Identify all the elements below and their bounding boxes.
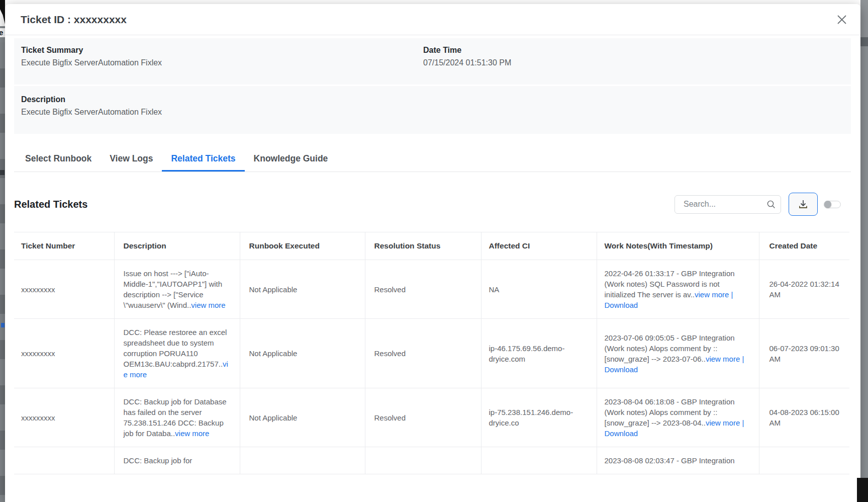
- tab-view-logs[interactable]: View Logs: [101, 147, 162, 172]
- table-row: DCC: Backup job for 2023-08-08 02:03:47 …: [14, 447, 849, 474]
- toggle-knob: [824, 201, 831, 208]
- modal-title: Ticket ID : xxxxxxxxx: [21, 14, 127, 26]
- background-speck: [0, 170, 5, 175]
- background-sidebar-strip: [0, 42, 5, 502]
- col-header-resolution-status: Resolution Status: [365, 232, 481, 260]
- description-panel: Description Execute Bigfix ServerAutomat…: [14, 86, 851, 134]
- related-tickets-toolbar: Related Tickets: [14, 193, 851, 216]
- cell-created-date: 04-08-2023 06:15:00 AM: [759, 388, 849, 447]
- tab-select-runbook[interactable]: Select Runbook: [16, 147, 101, 172]
- table-header-row: Ticket Number Description Runbook Execut…: [14, 232, 849, 260]
- description-view-more-link[interactable]: view more: [191, 301, 225, 309]
- cell-work-notes: 2022-04-26 01:33:17 - GBP Integration (W…: [597, 260, 759, 319]
- modal-header: Ticket ID : xxxxxxxxx: [5, 4, 860, 35]
- cell-affected-ci: ip-75.238.151.246.demo-dryice.co: [481, 388, 597, 447]
- cell-created-date: 26-04-2022 01:32:14 AM: [759, 260, 849, 319]
- related-tickets-heading: Related Tickets: [14, 199, 87, 210]
- background-text-fragment: [0, 28, 5, 37]
- cell-work-notes: 2023-08-08 02:03:47 - GBP Integration: [597, 447, 759, 474]
- ticket-summary-value: Execute Bigfix ServerAutomation Fixlex: [21, 58, 423, 67]
- col-header-affected-ci: Affected CI: [481, 232, 597, 260]
- cell-runbook-executed: [240, 447, 365, 474]
- related-tickets-table: Ticket Number Description Runbook Execut…: [14, 232, 849, 474]
- cell-resolution-status: [365, 447, 481, 474]
- background-speck: [1, 323, 5, 327]
- col-header-work-notes: Work Notes(With Timestamp): [597, 232, 759, 260]
- download-button[interactable]: [789, 193, 818, 216]
- ticket-details-modal: Ticket ID : xxxxxxxxx Ticket Summary Exe…: [5, 4, 860, 502]
- cell-created-date: [759, 447, 849, 474]
- close-button[interactable]: [835, 13, 848, 26]
- cell-description: DCC: Please restoree an excel spreadshee…: [114, 319, 240, 388]
- cell-description: DCC: Backup job for: [114, 447, 240, 474]
- ticket-summary-panel: Ticket Summary Execute Bigfix ServerAuto…: [14, 38, 851, 85]
- cell-ticket-number: xxxxxxxxx: [14, 319, 114, 388]
- download-icon: [798, 199, 809, 210]
- table-row: xxxxxxxxx DCC: Backup job for Database h…: [14, 388, 849, 447]
- cell-affected-ci: [481, 447, 597, 474]
- background-page-left-sliver: [0, 0, 5, 502]
- background-page-right-sliver: [860, 0, 868, 502]
- cell-runbook-executed: Not Applicable: [240, 319, 365, 388]
- cell-ticket-number: xxxxxxxxx: [14, 388, 114, 447]
- tab-bar: Select Runbook View Logs Related Tickets…: [14, 147, 851, 172]
- cell-affected-ci: ip-46.175.69.56.demo-dryice.com: [481, 319, 597, 388]
- description-value: Execute Bigfix ServerAutomation Fixlex: [21, 108, 844, 117]
- cell-work-notes: 2023-07-06 09:05:05 - GBP Integration (W…: [597, 319, 759, 388]
- view-toggle[interactable]: [824, 201, 841, 208]
- cell-created-date: 06-07-2023 09:01:30 AM: [759, 319, 849, 388]
- cell-resolution-status: Resolved: [365, 319, 481, 388]
- cell-resolution-status: Resolved: [365, 388, 481, 447]
- cell-work-notes: 2023-08-04 06:18:08 - GBP Integration (W…: [597, 388, 759, 447]
- description-label: Description: [21, 95, 844, 104]
- col-header-description: Description: [114, 232, 240, 260]
- col-header-created-date: Created Date: [759, 232, 849, 260]
- search-input[interactable]: [674, 195, 781, 214]
- search-icon: [766, 200, 776, 209]
- date-time-label: Date Time: [423, 46, 844, 55]
- cell-runbook-executed: Not Applicable: [240, 260, 365, 319]
- cell-description: DCC: Backup job for Database has failed …: [114, 388, 240, 447]
- cell-ticket-number: [14, 447, 114, 474]
- date-time-value: 07/15/2024 01:51:30 PM: [423, 58, 844, 67]
- description-view-more-link[interactable]: view more: [175, 429, 209, 438]
- cell-runbook-executed: Not Applicable: [240, 388, 365, 447]
- col-header-ticket-number: Ticket Number: [14, 232, 114, 260]
- cell-affected-ci: NA: [481, 260, 597, 319]
- background-logo-fragment: [0, 0, 5, 26]
- table-row: xxxxxxxxx DCC: Please restoree an excel …: [14, 319, 849, 388]
- cell-ticket-number: xxxxxxxxx: [14, 260, 114, 319]
- background-corner-block: [857, 478, 868, 502]
- cell-description: Issue on host ---> ["iAuto-Middle-1","IA…: [114, 260, 240, 319]
- ticket-summary-label: Ticket Summary: [21, 46, 423, 55]
- cell-resolution-status: Resolved: [365, 260, 481, 319]
- close-icon: [836, 14, 848, 26]
- tab-knowledge-guide[interactable]: Knowledge Guide: [245, 147, 337, 172]
- col-header-runbook-executed: Runbook Executed: [240, 232, 365, 260]
- tab-related-tickets[interactable]: Related Tickets: [162, 147, 244, 172]
- table-row: xxxxxxxxx Issue on host ---> ["iAuto-Mid…: [14, 260, 849, 319]
